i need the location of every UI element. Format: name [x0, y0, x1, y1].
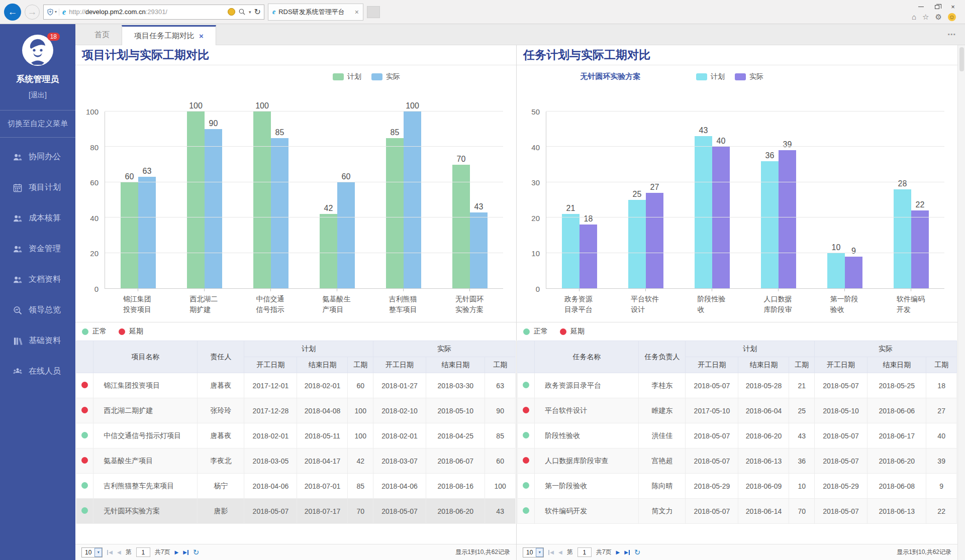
status-cell	[76, 449, 93, 474]
table-row[interactable]: 吉利熊猫整车先束项目杨宁2018-04-062018-07-01852018-0…	[76, 474, 516, 499]
table-row[interactable]: 软件编码开发简文力2018-05-072018-06-14702018-05-0…	[518, 499, 957, 524]
page-number-input[interactable]	[577, 547, 592, 557]
last-page-button[interactable]: ▶	[183, 550, 188, 555]
status-dot	[81, 457, 88, 464]
browser-forward-button[interactable]: →	[25, 5, 40, 20]
new-tab-button[interactable]	[367, 6, 380, 18]
bar-group: 109	[812, 111, 878, 288]
actual-start-cell: 2018-05-07	[815, 449, 867, 474]
reload-table-icon[interactable]: ↻	[193, 548, 200, 556]
table-row[interactable]: 西北湖二期扩建张玲玲2017-12-282018-04-081002018-02…	[76, 398, 516, 423]
actual-group-header: 实际	[815, 341, 957, 357]
x-axis-label: 无针圆环实验方案	[437, 289, 503, 319]
next-page-button[interactable]: ▶	[174, 550, 178, 555]
favorites-star-icon[interactable]: ☆	[922, 13, 929, 22]
address-bar[interactable]: ▾ e http://develop.pm2.com.cn:29301/ ▾ ↻	[43, 5, 264, 20]
start-column-header: 开工日期	[373, 357, 426, 373]
more-menu-button[interactable]: ⋯	[947, 30, 956, 39]
page-prefix-label: 第	[567, 548, 573, 556]
sidebar-item-6[interactable]: 领导总览	[0, 295, 75, 325]
sidebar-item-3[interactable]: 成本核算	[0, 203, 75, 234]
vertical-scrollbar[interactable]	[957, 45, 965, 560]
plan-start-cell: 2018-05-07	[686, 373, 738, 398]
page-refresh-icon[interactable]: ↻	[254, 7, 261, 17]
status-dot	[523, 382, 529, 388]
page-size-select[interactable]: 10 ▾	[81, 547, 103, 557]
duration-column-header: 工期	[348, 357, 373, 373]
tab-home[interactable]: 首页	[82, 25, 122, 45]
legend-item[interactable]: 计划	[333, 72, 361, 81]
table-row[interactable]: 无针圆环实验方案唐影2018-05-072018-07-17702018-05-…	[76, 499, 516, 524]
x-axis-label: 政务资源目录平台	[546, 289, 612, 319]
table-row[interactable]: 中信交通信号指示灯项目唐暮夜2018-02-012018-05-11100201…	[76, 423, 516, 449]
legend-item[interactable]: 实际	[371, 72, 400, 81]
normal-status-dot	[82, 328, 88, 335]
switch-menu-link[interactable]: 切换至自定义菜单	[0, 110, 75, 138]
last-page-button[interactable]: ▶	[624, 550, 630, 555]
close-window-button[interactable]: ×	[945, 3, 961, 12]
browser-tab-close-icon[interactable]: ×	[355, 8, 359, 16]
sidebar-item-2[interactable]: 项目计划	[0, 172, 75, 203]
plan-duration-cell: 85	[348, 474, 373, 499]
reload-table-icon[interactable]: ↻	[634, 548, 641, 556]
table-row[interactable]: 锦江集团投资项目唐暮夜2017-12-012018-02-01602018-01…	[76, 373, 516, 398]
search-dropdown-caret-icon[interactable]: ▾	[249, 10, 251, 15]
page-number-input[interactable]	[136, 547, 150, 557]
search-icon[interactable]	[238, 8, 246, 16]
compatibility-view-icon[interactable]	[228, 8, 235, 16]
bar-value-label: 40	[717, 137, 726, 146]
page-prefix-label: 第	[126, 548, 132, 556]
tab-project-task-duration[interactable]: 项目任务工期对比 ×	[122, 25, 216, 45]
total-pages-label: 共7页	[596, 548, 612, 556]
pagination-summary: 显示1到10,共62记录	[455, 548, 510, 556]
plan-end-cell: 2018-04-08	[297, 398, 348, 423]
bar-group: 85100	[370, 111, 437, 288]
first-page-button[interactable]: ◀	[107, 550, 113, 555]
actual-end-cell: 2018-08-16	[426, 474, 485, 499]
bar	[712, 147, 730, 288]
table-row[interactable]: 阶段性验收洪佳佳2018-05-072018-06-20432018-05-07…	[518, 423, 957, 449]
feedback-smiley-icon[interactable]: ☺	[948, 13, 956, 21]
duration-column-header: 工期	[789, 357, 815, 373]
people-icon	[13, 275, 23, 285]
tab-close-icon[interactable]: ×	[199, 32, 204, 40]
actual-duration-cell: 100	[485, 474, 516, 499]
plan-end-cell: 2018-07-17	[297, 499, 348, 524]
chart-legend: 计划实际	[696, 72, 763, 81]
tab-label: 首页	[94, 30, 110, 40]
table-row[interactable]: 平台软件设计睢建东2017-05-102018-06-04252018-05-1…	[518, 398, 957, 423]
y-axis-tick: 40	[90, 213, 99, 222]
sidebar-item-1[interactable]: 协同办公	[0, 142, 75, 172]
minimize-button[interactable]	[913, 3, 929, 12]
browser-back-button[interactable]: ←	[4, 4, 21, 21]
status-dot	[81, 482, 88, 489]
table-row[interactable]: 人口数据库阶段审查宫艳超2018-05-072018-06-13362018-0…	[518, 449, 957, 474]
browser-tab[interactable]: e RDS研发系统管理平台 ×	[268, 4, 363, 21]
sidebar-item-5[interactable]: 文档资料	[0, 264, 75, 295]
url-text[interactable]: http://develop.pm2.com.cn:29301/	[69, 8, 225, 16]
settings-gear-icon[interactable]: ⚙	[935, 13, 942, 22]
sidebar-item-7[interactable]: 基础资料	[0, 325, 75, 356]
restore-button[interactable]	[929, 3, 945, 12]
logout-link[interactable]: [退出]	[29, 91, 47, 100]
avatar[interactable]: 18	[22, 34, 54, 66]
first-page-button[interactable]: ◀	[548, 550, 554, 555]
table-row[interactable]: 政务资源目录平台李桂东2018-05-072018-05-28212018-05…	[518, 373, 957, 398]
legend-item[interactable]: 实际	[735, 72, 763, 81]
page-size-select[interactable]: 10 ▾	[523, 547, 544, 557]
table-row[interactable]: 第一阶段验收陈向晴2018-05-292018-06-09102018-05-2…	[518, 474, 957, 499]
sidebar-item-4[interactable]: 资金管理	[0, 234, 75, 264]
smartscreen-shield-icon[interactable]: ▾	[47, 9, 59, 16]
next-page-button[interactable]: ▶	[616, 550, 620, 555]
prev-page-button[interactable]: ◀	[558, 550, 562, 555]
sidebar-item-8[interactable]: 在线人员	[0, 356, 75, 387]
status-column-header	[76, 341, 93, 373]
panel-title: 项目计划与实际工期对比	[82, 47, 209, 63]
legend-swatch	[696, 73, 707, 80]
y-axis: 01020304050	[522, 111, 546, 289]
table-row[interactable]: 氨基酸生产项目李夜北2018-03-052018-04-17422018-03-…	[76, 449, 516, 474]
prev-page-button[interactable]: ◀	[117, 550, 121, 555]
home-icon[interactable]: ⌂	[912, 13, 916, 21]
legend-item[interactable]: 计划	[696, 72, 725, 81]
scrollbar-thumb[interactable]	[959, 47, 964, 71]
